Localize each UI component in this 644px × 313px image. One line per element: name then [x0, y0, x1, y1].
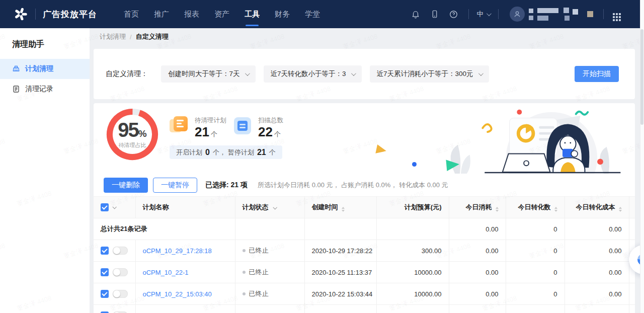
breadcrumb-separator: / [130, 33, 132, 41]
consume-value: 0.00 [449, 283, 506, 305]
broom-icon [12, 65, 20, 73]
total-records-label: 总计共21条记录 [101, 225, 147, 232]
status-text: 已终止 [249, 289, 269, 298]
status-text: 已终止 [249, 268, 269, 277]
sidebar-item-label: 计划清理 [25, 64, 53, 73]
dropdown-value: 创建时间大于等于：7天 [168, 69, 240, 79]
col-created-time[interactable]: 创建时间 [304, 197, 376, 218]
cost-value: 0.00 [565, 262, 629, 283]
divider [468, 9, 469, 19]
sidebar: 清理助手 计划清理 清理记录 [0, 28, 90, 313]
nav-item-assets[interactable]: 资产 [207, 0, 237, 28]
col-today-conversions[interactable]: 今日转化数 [506, 197, 565, 218]
pill-text: 开启计划 [176, 148, 202, 157]
dropdown-value: 近7天转化数小于等于：3 [271, 69, 346, 79]
selected-count: 已选择: 21 项 [205, 181, 248, 190]
sort-icon[interactable] [554, 207, 557, 212]
sidebar-item-cleanup-records[interactable]: 清理记录 [0, 79, 90, 99]
decor-triangle [375, 144, 387, 155]
plans-table: 计划名称 计划状态 创建时间 计划预算(元) 今日消耗 今日转化数 今日转化成本… [94, 196, 635, 313]
chevron-down-icon [487, 11, 492, 16]
plans-file-icon [170, 116, 189, 135]
dropdown-value: 近7天累计消耗小于等于：300元 [377, 69, 473, 79]
bulk-delete-button[interactable]: 一键删除 [104, 178, 148, 193]
dropdown-create-time[interactable]: 创建时间大于等于：7天 [161, 65, 256, 83]
plan-state-summary-pill: 开启计划 0 个， 暂停计划 21 个 [170, 145, 282, 159]
row-checkbox[interactable] [101, 268, 109, 276]
table-row: oCPM_10_22_15:03:40 已终止 2020-10-22 15:03… [94, 283, 635, 305]
plan-toggle[interactable] [113, 247, 128, 255]
stat-unit: 个 [211, 130, 217, 138]
row-checkbox[interactable] [101, 290, 109, 298]
nav-item-finance[interactable]: 财务 [267, 0, 297, 28]
created-time: 2020-10-29 17:28:22 [304, 240, 376, 262]
col-today-conversion-cost[interactable]: 今日转化成本 [565, 197, 629, 218]
scrollbar-thumb[interactable] [640, 29, 643, 125]
plan-toggle[interactable] [113, 290, 128, 298]
stat-scan-total: 扫描总数 22个 [233, 116, 283, 139]
stats-row: 95% 待清理占比 待清理计划 21个 [94, 103, 635, 174]
budget-value: 300.00 [376, 240, 449, 262]
sort-icon[interactable] [619, 207, 622, 212]
plan-toggle[interactable] [113, 268, 128, 276]
start-scan-button[interactable]: 开始扫描 [575, 66, 619, 82]
status-text: 已终止 [249, 246, 269, 255]
language-label: 中 [477, 10, 484, 19]
plan-name-link[interactable]: oCPM_10_29_17:28:18 [143, 247, 212, 255]
apps-grid-icon[interactable] [609, 0, 624, 28]
plan-name-link[interactable]: oCPM_10_22_15:03:40 [143, 290, 212, 298]
sort-icon[interactable] [496, 207, 499, 212]
divider [498, 9, 499, 19]
notification-bell-icon[interactable] [406, 0, 425, 28]
status-dot [243, 292, 246, 295]
pill-text: 个 [269, 148, 276, 157]
bulk-pause-button[interactable]: 一键暂停 [153, 178, 197, 193]
language-selector[interactable]: 中 [474, 10, 494, 19]
stat-label: 扫描总数 [258, 116, 283, 125]
nav-item-home[interactable]: 首页 [116, 0, 146, 28]
donut-percent: 95 [118, 119, 138, 141]
created-time: 2020-10-22 15:03:44 [304, 283, 376, 305]
mobile-device-icon[interactable] [425, 0, 444, 28]
col-today-consume[interactable]: 今日消耗 [449, 197, 506, 218]
row-checkbox[interactable] [101, 247, 109, 255]
sort-icon[interactable] [342, 207, 345, 212]
select-all-checkbox[interactable] [101, 203, 109, 211]
nav-item-promotion[interactable]: 推广 [146, 0, 177, 28]
stat-value: 22 [258, 124, 273, 139]
chevron-down-icon [245, 71, 250, 76]
consume-value: 0.00 [449, 262, 506, 283]
page-scrollbar[interactable] [640, 0, 644, 313]
custom-cleanup-filter-panel: 自定义清理： 创建时间大于等于：7天 近7天转化数小于等于：3 近7天累计消耗小… [94, 49, 635, 99]
sidebar-item-plan-cleanup[interactable]: 计划清理 [0, 59, 90, 79]
dropdown-conversions-7d[interactable]: 近7天转化数小于等于：3 [264, 65, 362, 83]
select-dropdown-chevron-icon[interactable] [112, 205, 116, 209]
help-icon[interactable] [444, 0, 463, 28]
filter-chevron-icon [273, 205, 277, 209]
dropdown-consume-7d[interactable]: 近7天累计消耗小于等于：300元 [370, 65, 489, 83]
breadcrumb: 计划清理 / 自定义清理 [90, 28, 644, 45]
chevron-down-icon [351, 71, 356, 76]
table-row: oCPM_10_22-1 已终止 2020-10-25 11:13:37 100… [94, 262, 635, 283]
user-avatar[interactable] [510, 7, 525, 22]
redacted-account-info [529, 8, 593, 21]
percent-sign: % [138, 128, 147, 139]
scan-result-panel: 95% 待清理占比 待清理计划 21个 [94, 103, 635, 313]
conversions-value: 0 [506, 283, 565, 305]
selection-summary-text: 所选计划今日消耗 0.00 元， 占账户消耗 0.0%， 转化成本 0.00 元 [258, 181, 448, 190]
stat-label: 待清理计划 [195, 116, 226, 125]
breadcrumb-parent[interactable]: 计划清理 [100, 32, 126, 41]
decor-dot [412, 162, 417, 167]
nav-item-tools[interactable]: 工具 [237, 0, 267, 28]
main-content: 计划清理 / 自定义清理 自定义清理： 创建时间大于等于：7天 近7天转化数小于… [90, 28, 644, 313]
filter-dropdowns: 创建时间大于等于：7天 近7天转化数小于等于：3 近7天累计消耗小于等于：300… [161, 65, 489, 83]
conversions-value: 0 [506, 262, 565, 283]
nav-item-academy[interactable]: 学堂 [297, 0, 328, 28]
nav-item-reports[interactable]: 报表 [177, 0, 207, 28]
plan-name-link[interactable]: oCPM_10_22-1 [143, 269, 189, 276]
pill-text: 暂停计划 [228, 148, 254, 157]
cost-value: 0.00 [565, 240, 629, 262]
col-plan-status[interactable]: 计划状态 [235, 197, 304, 218]
col-budget: 计划预算(元) [376, 197, 449, 218]
budget-value: 10000.00 [376, 283, 449, 305]
